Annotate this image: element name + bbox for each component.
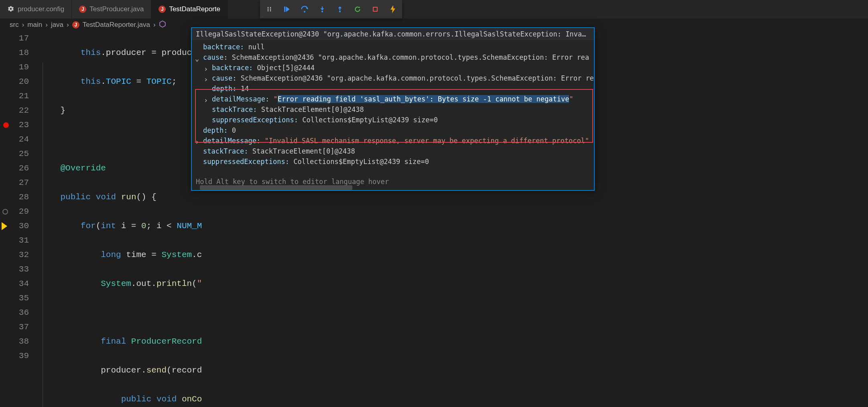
debug-hover-tooltip[interactable]: IllegalSaslStateException@2430 "org.apac… bbox=[191, 27, 595, 191]
hover-row[interactable]: ⌄cause: SchemaException@2436 "org.apache… bbox=[192, 52, 594, 63]
restart-button[interactable] bbox=[352, 4, 363, 14]
line-number: 27 bbox=[0, 176, 29, 190]
continue-button[interactable] bbox=[282, 4, 292, 14]
java-icon: J bbox=[159, 6, 166, 13]
step-out-button[interactable] bbox=[335, 4, 345, 14]
line-number: 17 bbox=[0, 31, 29, 46]
chevron-right-icon: › bbox=[45, 21, 48, 29]
method-icon bbox=[159, 20, 166, 30]
tab-testdatareporter[interactable]: J TestDataReporte bbox=[151, 0, 228, 18]
line-number: 37 bbox=[0, 320, 29, 334]
line-number: 18 bbox=[0, 46, 29, 60]
svg-point-3 bbox=[270, 9, 271, 10]
line-number: 30 bbox=[0, 219, 29, 233]
svg-rect-10 bbox=[373, 7, 377, 11]
execution-pointer-icon bbox=[2, 222, 7, 230]
line-number: 26 bbox=[0, 161, 29, 176]
tab-label: TestDataReporte bbox=[169, 5, 220, 13]
line-number: 33 bbox=[0, 262, 29, 277]
line-number: 32 bbox=[0, 248, 29, 262]
line-number: 36 bbox=[0, 306, 29, 320]
svg-point-1 bbox=[270, 7, 271, 8]
line-number: 39 bbox=[0, 349, 29, 363]
hot-reload-button[interactable] bbox=[388, 4, 398, 14]
stop-button[interactable] bbox=[370, 4, 380, 14]
breadcrumb-seg[interactable]: main bbox=[27, 21, 42, 29]
line-gutter: 17 18 19 20 21 22 23 24 25 26 27 28 29 3… bbox=[0, 31, 40, 407]
chevron-right-icon: › bbox=[67, 21, 69, 29]
hover-title: IllegalSaslStateException@2430 "org.apac… bbox=[192, 28, 594, 40]
breadcrumb-seg[interactable]: java bbox=[51, 21, 63, 29]
java-icon: J bbox=[72, 21, 79, 28]
line-number: 35 bbox=[0, 291, 29, 306]
drag-handle-icon[interactable] bbox=[264, 4, 274, 14]
step-into-button[interactable] bbox=[317, 4, 327, 14]
hover-row[interactable]: ›detailMessage: "Error reading field 'sa… bbox=[192, 94, 594, 104]
chevron-right-icon: › bbox=[22, 21, 24, 29]
hover-row[interactable]: ›backtrace: Object[5]@2444 bbox=[192, 63, 594, 73]
svg-point-9 bbox=[339, 11, 341, 12]
chevron-right-icon: › bbox=[153, 21, 156, 29]
line-number: 21 bbox=[0, 89, 29, 103]
hover-row[interactable]: depth: 14 bbox=[192, 83, 594, 94]
tab-label: producer.config bbox=[18, 5, 64, 13]
svg-point-2 bbox=[268, 9, 269, 10]
line-number: 24 bbox=[0, 132, 29, 147]
line-number: 28 bbox=[0, 190, 29, 205]
line-number: 29 bbox=[0, 205, 29, 219]
breadcrumb-file[interactable]: TestDataReporter.java bbox=[83, 21, 150, 29]
selected-text: Error reading field 'sasl_auth_bytes': B… bbox=[278, 95, 569, 103]
hover-row[interactable]: ›detailMessage: "Invalid SASL mechanism … bbox=[192, 136, 594, 146]
svg-point-7 bbox=[304, 11, 305, 12]
svg-point-4 bbox=[268, 10, 269, 12]
svg-rect-6 bbox=[284, 6, 285, 12]
gear-icon bbox=[7, 6, 14, 13]
hover-row[interactable]: suppressedExceptions: Collections$EmptyL… bbox=[192, 115, 594, 125]
hover-row[interactable]: suppressedExceptions: Collections$EmptyL… bbox=[192, 156, 594, 167]
line-number: 23 bbox=[0, 118, 29, 132]
editor-tabs: producer.config J TestProducer.java J Te… bbox=[0, 0, 868, 18]
debug-toolbar bbox=[260, 0, 402, 18]
hover-row[interactable]: stackTrace: StackTraceElement[0]@2438 bbox=[192, 146, 594, 156]
step-over-button[interactable] bbox=[299, 4, 310, 14]
line-number: 22 bbox=[0, 103, 29, 118]
breadcrumb-seg[interactable]: src bbox=[10, 21, 19, 29]
tab-testproducer[interactable]: J TestProducer.java bbox=[72, 0, 151, 18]
line-number: 34 bbox=[0, 277, 29, 291]
line-number: 25 bbox=[0, 147, 29, 161]
svg-point-8 bbox=[321, 11, 323, 12]
line-number: 38 bbox=[0, 334, 29, 349]
line-number: 31 bbox=[0, 233, 29, 248]
line-number: 20 bbox=[0, 75, 29, 89]
svg-point-5 bbox=[270, 10, 271, 12]
line-number: 19 bbox=[0, 60, 29, 75]
hover-row[interactable]: depth: 0 bbox=[192, 125, 594, 136]
hover-row[interactable]: ›cause: SchemaException@2436 "org.apache… bbox=[192, 73, 594, 83]
java-icon: J bbox=[79, 6, 86, 13]
breakpoint-icon[interactable] bbox=[3, 122, 9, 128]
svg-point-0 bbox=[268, 7, 269, 8]
hover-row[interactable]: backtrace: null bbox=[192, 42, 594, 52]
tab-producer-config[interactable]: producer.config bbox=[0, 0, 72, 18]
indent-guide bbox=[43, 63, 43, 407]
hover-body: backtrace: null ⌄cause: SchemaException@… bbox=[192, 40, 594, 174]
gutter-decoration-icon bbox=[2, 209, 8, 215]
hover-row[interactable]: stackTrace: StackTraceElement[0]@2438 bbox=[192, 104, 594, 115]
tab-label: TestProducer.java bbox=[89, 5, 144, 13]
